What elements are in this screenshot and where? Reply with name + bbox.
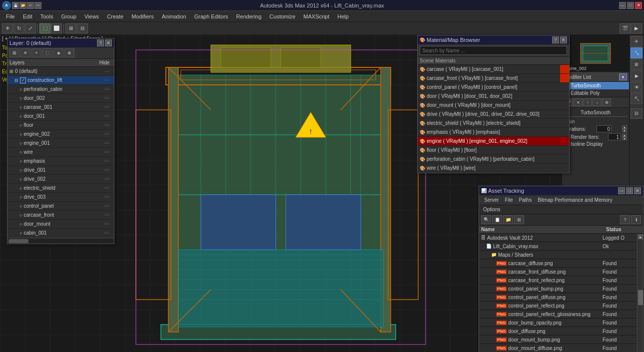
asset-item[interactable]: PNGcarcase_diffuse.pngFound <box>479 259 637 268</box>
menu-item-customize[interactable]: Customize <box>265 11 299 22</box>
layer-panel-help-btn[interactable]: ? <box>97 39 104 46</box>
layer-item[interactable]: ○door_001≡≡ <box>7 112 114 121</box>
layer-item[interactable]: ⊟✓construction_lift≡≡ <box>7 76 114 85</box>
layer-item[interactable]: ○perforation_cabin≡≡ <box>7 85 114 94</box>
layer-item[interactable]: ○door_mount≡≡ <box>7 220 114 229</box>
asset-menu-item-paths[interactable]: Paths <box>516 196 535 204</box>
ts-render-iters-input[interactable] <box>608 133 621 140</box>
mirror-tool[interactable]: ⊞ <box>65 23 76 33</box>
ts-render-iters-spinner[interactable]: ▲ ▼ <box>622 133 627 140</box>
ts-iterations-spinner[interactable]: ▲ ▼ <box>622 125 627 132</box>
layer-item[interactable]: ○electric_shield≡≡ <box>7 184 114 193</box>
layer-item[interactable]: ○drive_003≡≡ <box>7 193 114 202</box>
window-min-btn[interactable]: — <box>619 2 626 9</box>
asset-item[interactable]: PNGdoor_mount_diffuse.pngFound <box>479 344 637 352</box>
asset-min-btn[interactable]: — <box>618 187 625 194</box>
mat-item[interactable]: 🎨perforation_cabin ( VRayMtl ) [perforat… <box>418 155 569 164</box>
mod-move-down-btn[interactable]: ↓ <box>593 98 602 106</box>
asset-tb-info[interactable]: ℹ <box>631 215 641 224</box>
mod-move-up-btn[interactable]: ↑ <box>583 98 592 106</box>
mod-configure-btn[interactable]: ⚙ <box>602 98 611 106</box>
layer-panel-titlebar[interactable]: Layer: 0 (default) ? ✕ <box>7 38 114 47</box>
layer-select-btn[interactable]: ⬚ <box>42 48 52 57</box>
matbrowser-close-btn[interactable]: ✕ <box>560 36 567 43</box>
toolbar-quick-btn[interactable]: 💾 <box>12 2 19 9</box>
asset-tb-btn2[interactable]: 📋 <box>492 215 502 224</box>
toolbar-quick-btn4[interactable]: ↪ <box>34 2 41 9</box>
asset-close-btn[interactable]: ✕ <box>634 187 641 194</box>
layer-item[interactable]: ○drive_002≡≡ <box>7 175 114 184</box>
modifier-turbosmooth[interactable]: TurboSmooth <box>562 82 629 89</box>
mat-item[interactable]: 🎨floor ( VRayMtl ) [floor] <box>418 146 569 155</box>
asset-item[interactable]: PNGdoor_mount_bump.pngFound <box>479 336 637 344</box>
asset-item[interactable]: PNGcarcase_front_diffuse.pngFound <box>479 268 637 276</box>
layer-item[interactable]: ○engine_002≡≡ <box>7 130 114 139</box>
layer-item[interactable]: ○emphasis≡≡ <box>7 157 114 166</box>
ri-motion-btn[interactable]: ▶ <box>631 70 643 81</box>
mat-item[interactable]: 🎨drive ( VRayMtl ) [drive_001, drive_002… <box>418 110 569 119</box>
asset-options-menu[interactable]: Options <box>481 207 502 212</box>
asset-tb-btn3[interactable]: 📁 <box>503 215 513 224</box>
select-tool[interactable]: ⬚ <box>39 23 50 33</box>
mat-item[interactable]: 🎨engine ( VRayMtl ) [engine_001, engine_… <box>418 137 569 146</box>
region-tool[interactable]: ⬜ <box>51 23 62 33</box>
menu-item-edit[interactable]: Edit <box>19 11 36 22</box>
ri-modify-btn[interactable]: 🔧 <box>631 47 643 58</box>
window-close-btn[interactable]: ✕ <box>635 2 642 9</box>
layer-merge-btn[interactable]: ⊕ <box>64 48 74 57</box>
asset-item[interactable]: PNGcarcase_front_reflect.pngFound <box>479 276 637 285</box>
asset-item[interactable]: PNGcontrol_panel_bump.pngFound <box>479 285 637 293</box>
ri-create-btn[interactable]: ✛ <box>631 36 643 47</box>
menu-item-modifiers[interactable]: Modifiers <box>127 11 158 22</box>
ri-utilities-btn[interactable]: 🔨 <box>631 93 643 104</box>
rotate-tool[interactable]: ↻ <box>13 23 24 33</box>
asset-max-btn[interactable]: □ <box>626 187 633 194</box>
layer-item[interactable]: ○control_panel≡≡ <box>7 202 114 211</box>
modifier-dropdown-btn[interactable]: ▼ <box>619 73 627 80</box>
mat-item[interactable]: 🎨control_panel ( VRayMtl ) [control_pane… <box>418 83 569 92</box>
layer-highlight-btn[interactable]: ◈ <box>53 48 63 57</box>
menu-item-help[interactable]: Help <box>333 11 353 22</box>
mat-item[interactable]: 🎨door_mount ( VRayMtl ) [door_mount] <box>418 101 569 110</box>
mat-item[interactable]: 🎨electric_shield ( VRayMtl ) [electric_s… <box>418 119 569 128</box>
asset-item[interactable]: PNGcontrol_panel_reflect_glossiness.pngF… <box>479 310 637 319</box>
layer-item[interactable]: ○carcase_front≡≡ <box>7 211 114 220</box>
ri-hierarchy-btn[interactable]: ⊞ <box>631 59 643 70</box>
asset-tb-btn1[interactable]: 🔍 <box>481 215 491 224</box>
layer-panel-close-btn[interactable]: ✕ <box>105 39 112 46</box>
move-tool[interactable]: ✛ <box>2 23 13 33</box>
asset-panel-titlebar[interactable]: 📊 Asset Tracking — □ ✕ <box>479 186 643 195</box>
align-tool[interactable]: ⊟ <box>77 23 88 33</box>
asset-scroll-up[interactable]: ▲ <box>638 234 643 239</box>
asset-menu-item-file[interactable]: File <box>502 196 516 204</box>
modifier-editable-poly[interactable]: Editable Poly <box>562 89 629 97</box>
menu-item-maxscript[interactable]: MAXScript <box>299 11 333 22</box>
layer-item[interactable]: ○engine_001≡≡ <box>7 139 114 148</box>
menu-item-rendering[interactable]: Rendering <box>232 11 266 22</box>
layer-item[interactable]: ○wire≡≡ <box>7 148 114 157</box>
asset-item[interactable]: 📄Lift_Cabin_vray.maxOk <box>479 242 637 251</box>
asset-item[interactable]: 📁Maps / Shaders <box>479 251 637 259</box>
render-btn[interactable]: ▶ <box>631 23 642 33</box>
layer-item[interactable]: ⊞0 (default)— <box>7 67 114 76</box>
asset-tb-btn4[interactable]: ⊞ <box>514 215 524 224</box>
mod-remove-btn[interactable]: ✕ <box>574 98 583 106</box>
window-max-btn[interactable]: □ <box>627 2 634 9</box>
asset-item[interactable]: PNGcontrol_panel_reflect.pngFound <box>479 302 637 310</box>
menu-item-grapheditors[interactable]: Graph Editors <box>190 11 232 22</box>
menu-item-create[interactable]: Create <box>103 11 127 22</box>
layer-item[interactable]: ○floor≡≡ <box>7 121 114 130</box>
menu-item-file[interactable]: File <box>2 11 19 22</box>
asset-item[interactable]: PNGcontrol_panel_diffuse.pngFound <box>479 293 637 302</box>
layer-item[interactable]: ○cabin_001≡≡ <box>7 229 114 238</box>
menu-item-tools[interactable]: Tools <box>36 11 57 22</box>
layer-item[interactable]: ○door_002≡≡ <box>7 94 114 103</box>
render-setup-btn[interactable]: 🎬 <box>620 23 631 33</box>
asset-menu-item-server[interactable]: Server <box>481 196 502 204</box>
layer-scrollbar-thumb[interactable] <box>8 239 28 243</box>
asset-menu-item-bitmapperformanceandmemory[interactable]: Bitmap Performance and Memory <box>535 196 616 204</box>
asset-item[interactable]: 🗄Autodesk Vault 2012Logged O <box>479 234 637 242</box>
matbrowser-titlebar[interactable]: 🎨 Material/Map Browser ? ✕ <box>418 35 569 44</box>
toolbar-quick-btn3[interactable]: ↩ <box>27 2 34 9</box>
mat-item[interactable]: 🎨door ( VRayMtl ) [door_001, door_002] <box>418 92 569 101</box>
